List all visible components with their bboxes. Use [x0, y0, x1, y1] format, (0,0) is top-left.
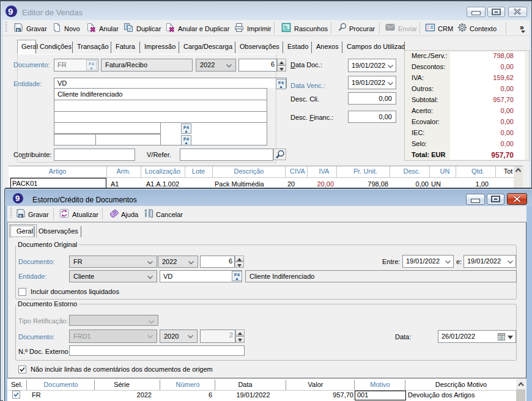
svg-text:?: ?	[113, 210, 116, 216]
